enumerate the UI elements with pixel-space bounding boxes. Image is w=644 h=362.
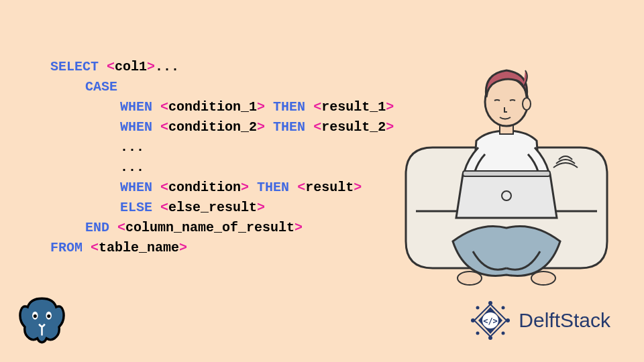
code-line: WHEN <condition_1> THEN <result_1> — [120, 97, 394, 117]
code-line: ... — [120, 137, 394, 158]
person-illustration — [399, 54, 614, 295]
delftstack-logo: </> DelftStack — [469, 299, 610, 342]
sql-code: SELECT <col1>... CASE WHEN <condition_1>… — [50, 57, 394, 258]
code-line: SELECT <col1>... — [50, 57, 394, 77]
code-line: WHEN <condition_2> THEN <result_2> — [120, 117, 394, 137]
postgresql-logo-icon — [13, 288, 70, 349]
brand-name: DelftStack — [519, 309, 610, 332]
code-line: WHEN <condition> THEN <result> — [120, 178, 394, 198]
svg-point-12 — [47, 314, 50, 318]
svg-point-1 — [531, 272, 555, 285]
keyword-case: CASE — [85, 79, 117, 95]
code-line: CASE — [85, 77, 394, 97]
svg-point-0 — [458, 272, 482, 285]
keyword-select: SELECT — [50, 59, 99, 74]
svg-rect-4 — [463, 171, 550, 176]
code-line: ELSE <else_result> — [120, 198, 394, 218]
code-line: FROM <table_name> — [50, 238, 394, 258]
svg-point-10 — [34, 314, 37, 318]
code-line: ... — [120, 158, 394, 178]
delftstack-icon: </> — [469, 299, 512, 342]
svg-point-20 — [502, 332, 505, 335]
code-line: END <column_name_of_result> — [85, 218, 394, 238]
svg-text:</>: </> — [483, 316, 498, 326]
keyword-from: FROM — [50, 240, 83, 255]
svg-point-18 — [502, 306, 505, 310]
svg-point-17 — [476, 306, 480, 310]
svg-point-8 — [523, 98, 531, 110]
svg-point-19 — [476, 332, 480, 335]
